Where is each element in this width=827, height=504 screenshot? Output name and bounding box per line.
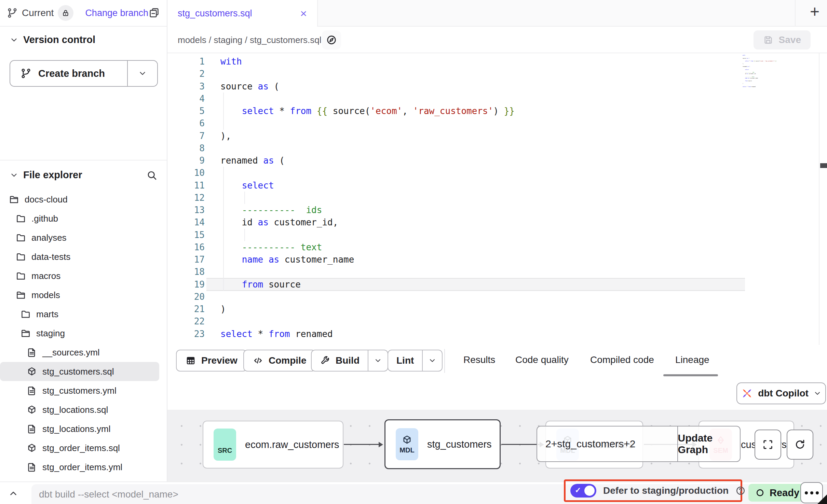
code-line[interactable]: 22 xyxy=(167,315,827,327)
chevron-down-icon xyxy=(10,171,18,180)
save-button[interactable]: Save xyxy=(754,30,811,50)
file-tree-item[interactable]: data-tests xyxy=(0,247,167,266)
build-button[interactable]: Build xyxy=(311,350,388,372)
fullscreen-button[interactable] xyxy=(755,430,781,460)
compile-button[interactable]: Compile xyxy=(243,350,316,372)
file-tree-item[interactable]: stg_customers.yml xyxy=(0,381,167,400)
code-line[interactable]: 11 select xyxy=(167,179,827,192)
copilot-compass-button[interactable] xyxy=(322,30,341,50)
file-tree-item[interactable]: docs-cloud xyxy=(0,190,167,209)
code-line[interactable]: 18 xyxy=(167,266,827,278)
line-number: 18 xyxy=(167,266,220,278)
tab-lineage[interactable]: Lineage xyxy=(675,354,709,365)
file-explorer-header[interactable]: File explorer xyxy=(10,169,157,181)
code-line[interactable]: 2 xyxy=(167,68,827,80)
file-tree-item[interactable]: stg_locations.yml xyxy=(0,419,167,438)
lint-button[interactable]: Lint xyxy=(388,350,443,372)
code-line[interactable]: 8 xyxy=(167,142,827,154)
code-line[interactable]: 5 select * from {{ source('ecom', 'raw_c… xyxy=(167,105,827,117)
lineage-node-stg-customers[interactable]: MDL stg_customers xyxy=(384,419,501,469)
file-name: stg_customers.yml xyxy=(42,386,117,396)
file-tree-item[interactable]: stg_customers.sql xyxy=(0,362,159,381)
file-tree-item[interactable]: .github xyxy=(0,209,167,228)
results-panel: Preview Compile Build Lint Re xyxy=(167,345,827,410)
preview-label: Preview xyxy=(201,355,238,366)
folder-icon xyxy=(16,213,26,224)
node-label: stg_customers xyxy=(427,439,492,450)
lint-dropdown[interactable] xyxy=(423,350,442,371)
lineage-selector-input[interactable] xyxy=(537,426,677,461)
line-number: 4 xyxy=(167,93,220,105)
code-line[interactable]: 1with xyxy=(167,55,827,68)
minimap[interactable]: withsource as ( select * from {{ source(… xyxy=(743,55,784,90)
lineage-graph[interactable]: SRC ecom.raw_customers MDL stg_customers… xyxy=(167,410,827,481)
file-tree-item[interactable]: __sources.yml xyxy=(0,343,167,362)
tab-results[interactable]: Results xyxy=(463,354,495,365)
close-tab-icon[interactable]: × xyxy=(300,8,307,19)
file-tree-item[interactable]: stg_order_items.sql xyxy=(0,438,167,458)
tab-code-quality[interactable]: Code quality xyxy=(515,354,569,365)
divider xyxy=(444,349,445,373)
file-tree-item[interactable]: models xyxy=(0,285,167,305)
file-tree-item[interactable]: staging xyxy=(0,324,167,343)
code-line[interactable]: 19 from source xyxy=(167,278,827,291)
update-graph-button[interactable]: Update Graph xyxy=(678,426,740,461)
code-line[interactable]: 21) xyxy=(167,303,827,315)
file-name: macros xyxy=(31,271,60,281)
code-line[interactable]: 3source as ( xyxy=(167,80,827,93)
create-branch-dropdown[interactable] xyxy=(128,61,157,86)
file-tree-item[interactable]: analyses xyxy=(0,228,167,247)
code-line[interactable]: 10 xyxy=(167,167,827,179)
create-branch-button[interactable]: Create branch xyxy=(10,60,158,87)
file-tree-item[interactable]: marts xyxy=(0,305,167,324)
file-tree-item[interactable]: stg_locations.sql xyxy=(0,400,167,419)
preview-button[interactable]: Preview xyxy=(176,350,247,372)
create-branch-main[interactable]: Create branch xyxy=(10,61,127,86)
version-control-header[interactable]: Version control xyxy=(10,34,95,45)
dbt-copilot-button[interactable]: dbt Copilot xyxy=(736,382,826,404)
chevron-up-icon[interactable] xyxy=(8,488,18,499)
file-tree-item[interactable]: macros xyxy=(0,266,167,285)
lint-main[interactable]: Lint xyxy=(388,350,422,371)
file-name: stg_customers.sql xyxy=(42,366,114,377)
code-line[interactable]: 7), xyxy=(167,130,827,142)
code-line[interactable]: 13 ---------- ids xyxy=(167,204,827,216)
file-tree-item[interactable]: stg_order_items.yml xyxy=(0,458,167,477)
line-number: 5 xyxy=(167,105,220,117)
code-line[interactable]: 12 xyxy=(167,192,827,204)
compile-label: Compile xyxy=(269,355,306,366)
code-line[interactable]: select * from renamed xyxy=(743,86,784,87)
new-tab-button[interactable]: + xyxy=(810,2,819,21)
code-line[interactable]: 14 id as customer_id, xyxy=(167,216,827,228)
build-main[interactable]: Build xyxy=(312,350,368,371)
node-label: ecom.raw_customers xyxy=(245,439,339,450)
code-line[interactable]: 23select * from renamed xyxy=(167,328,827,340)
scrollbar-thumb[interactable] xyxy=(820,163,827,168)
command-placeholder: dbt build --select <model_name> xyxy=(39,489,178,500)
code-line[interactable]: 9renamed as ( xyxy=(167,154,827,167)
refresh-button[interactable] xyxy=(787,430,813,460)
search-icon[interactable] xyxy=(146,170,157,181)
create-branch-label: Create branch xyxy=(38,68,105,79)
line-number: 13 xyxy=(167,204,220,216)
defer-toggle[interactable]: ✓ xyxy=(570,484,596,498)
code-line[interactable]: 20 xyxy=(167,291,827,303)
help-icon[interactable] xyxy=(735,486,746,496)
file-name: stg_order_items.yml xyxy=(42,462,122,473)
tab-compiled-code[interactable]: Compiled code xyxy=(590,354,654,365)
src-badge: SRC xyxy=(214,429,236,461)
code-line[interactable]: 17 name as customer_name xyxy=(167,253,827,266)
code-line[interactable]: 4 xyxy=(167,93,827,105)
code-line[interactable]: 16 ---------- text xyxy=(167,241,827,253)
code-line[interactable]: 15 xyxy=(167,229,827,241)
lineage-selector-bar: Update Graph xyxy=(537,426,741,462)
tab-stg-customers-sql[interactable]: stg_customers.sql × xyxy=(167,0,318,27)
folder-icon xyxy=(16,252,26,262)
folder-icon xyxy=(21,309,31,319)
build-dropdown[interactable] xyxy=(368,350,388,371)
code-editor[interactable]: 1with23source as (45 select * from {{ so… xyxy=(167,53,827,345)
lineage-node-source[interactable]: SRC ecom.raw_customers xyxy=(203,421,343,468)
copy-icon[interactable] xyxy=(148,7,160,19)
change-branch-link[interactable]: Change branch xyxy=(85,8,148,18)
code-line[interactable]: 6 xyxy=(167,117,827,129)
